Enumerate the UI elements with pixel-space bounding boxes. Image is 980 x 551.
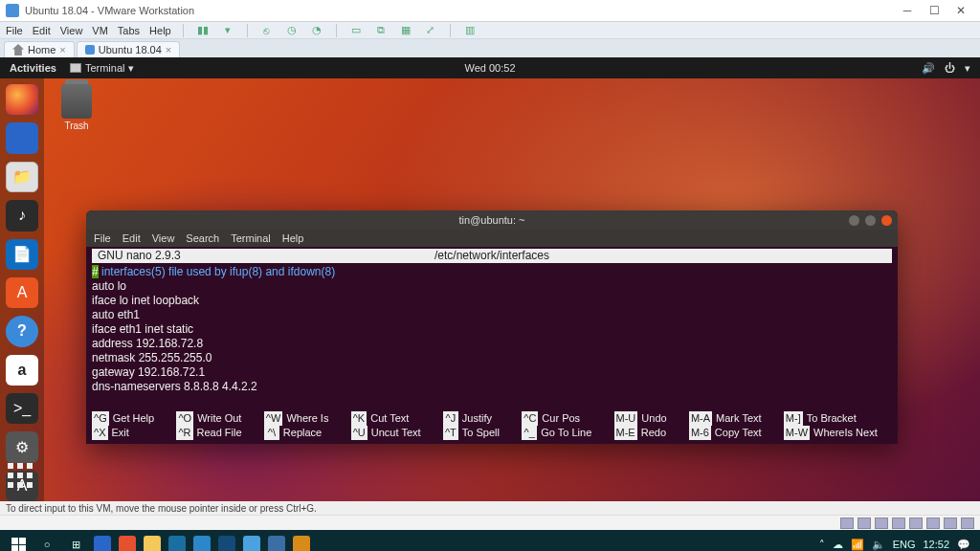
dock-firefox[interactable] — [6, 84, 38, 115]
terminal-window[interactable]: tin@ubuntu: ~ File Edit View Search Term… — [86, 210, 898, 444]
term-menu-terminal[interactable]: Terminal — [231, 232, 271, 244]
window-minimize-button[interactable] — [849, 215, 859, 226]
dock-settings[interactable]: ⚙ — [6, 431, 38, 462]
toolbar-library-icon[interactable]: ▥ — [462, 23, 478, 38]
menu-file[interactable]: File — [6, 25, 23, 36]
nano-shortcut: ^XExit — [92, 426, 168, 440]
terminal-icon — [70, 63, 81, 73]
dock-software[interactable]: A — [6, 277, 38, 308]
trash-label: Trash — [64, 121, 88, 131]
menu-edit[interactable]: Edit — [33, 25, 51, 36]
device-cd-icon[interactable] — [858, 518, 871, 529]
term-menu-search[interactable]: Search — [186, 232, 219, 244]
tray-language[interactable]: ENG — [893, 539, 916, 550]
terminal-titlebar[interactable]: tin@ubuntu: ~ — [86, 210, 898, 230]
power-icon[interactable]: ⏻ — [945, 62, 955, 74]
task-app[interactable] — [239, 532, 264, 551]
close-icon[interactable]: × — [59, 44, 65, 55]
device-display-icon[interactable] — [944, 518, 957, 529]
tray-clock[interactable]: 12:52 — [923, 539, 949, 550]
term-menu-help[interactable]: Help — [282, 232, 304, 244]
window-close-button[interactable]: ✕ — [947, 4, 974, 17]
dock-writer[interactable]: 📄 — [6, 239, 38, 270]
window-minimize-button[interactable]: ─ — [894, 4, 921, 17]
toolbar-view-icon[interactable]: ▦ — [398, 23, 413, 38]
dock-terminal[interactable]: >_ — [6, 393, 38, 424]
toolbar-send-cad-icon[interactable]: ⎋ — [259, 23, 275, 38]
system-menu-chevron-icon[interactable]: ▾ — [965, 62, 970, 75]
cortana-button[interactable]: ○ — [33, 532, 61, 551]
window-maximize-button[interactable]: ☐ — [921, 4, 947, 17]
task-vmware[interactable] — [264, 532, 289, 551]
gnome-topbar: Activities Terminal ▾ Wed 00:52 🔊 ⏻ ▾ — [0, 57, 980, 78]
tray-network-icon[interactable]: 📶 — [851, 539, 864, 551]
task-explorer[interactable] — [140, 532, 165, 551]
window-titlebar: Ubuntu 18.04 - VMware Workstation ─ ☐ ✕ — [0, 0, 980, 21]
home-icon — [12, 44, 24, 55]
guest-desktop[interactable]: Activities Terminal ▾ Wed 00:52 🔊 ⏻ ▾ 📁 … — [0, 57, 980, 501]
menu-help[interactable]: Help — [149, 25, 171, 36]
tray-onedrive-icon[interactable]: ☁ — [833, 539, 843, 551]
device-hdd-icon[interactable] — [840, 518, 854, 529]
task-app[interactable] — [189, 532, 214, 551]
desktop-trash[interactable]: Trash — [56, 84, 98, 131]
toolbar-snapshot-mgr-icon[interactable]: ◔ — [309, 23, 324, 38]
show-applications-button[interactable] — [8, 463, 36, 492]
toolbar-snapshot-icon[interactable]: ◷ — [284, 23, 300, 38]
nano-shortcut: ^JJustify — [443, 411, 514, 426]
window-title: Ubuntu 18.04 - VMware Workstation — [25, 5, 194, 16]
window-maximize-button[interactable] — [865, 215, 876, 226]
menu-vm[interactable]: VM — [92, 25, 108, 36]
task-firefox[interactable] — [115, 532, 140, 551]
dock-amazon[interactable]: a — [6, 355, 38, 386]
nano-editor-content[interactable]: # interfaces(5) file used by ifup(8) and… — [92, 265, 892, 394]
tray-notifications-icon[interactable]: 💬 — [957, 539, 970, 551]
taskview-button[interactable]: ⊞ — [61, 532, 90, 551]
volume-icon[interactable]: 🔊 — [922, 62, 935, 75]
term-menu-file[interactable]: File — [94, 232, 111, 244]
tab-home[interactable]: Home × — [4, 41, 75, 57]
tab-ubuntu-label: Ubuntu 18.04 — [99, 44, 162, 55]
dock-thunderbird[interactable] — [6, 122, 38, 153]
dock-files[interactable]: 📁 — [6, 162, 38, 192]
task-app[interactable] — [90, 532, 115, 551]
appmenu-terminal[interactable]: Terminal ▾ — [70, 62, 134, 75]
tab-ubuntu[interactable]: Ubuntu 18.04 × — [77, 41, 181, 57]
activities-button[interactable]: Activities — [10, 62, 56, 74]
tray-volume-icon[interactable]: 🔈 — [872, 539, 885, 551]
start-button[interactable] — [4, 532, 33, 551]
nano-shortcut-bar: ^GGet Help^OWrite Out^WWhere Is^KCut Tex… — [92, 411, 892, 440]
dock-help[interactable]: ? — [6, 316, 38, 346]
toolbar-fullscreen-icon[interactable]: ▭ — [348, 23, 364, 38]
device-usb-icon[interactable] — [892, 518, 905, 529]
terminal-body[interactable]: GNU nano 2.9.3 /etc/network/interfaces #… — [86, 247, 898, 444]
nano-shortcut: ^OWrite Out — [176, 411, 256, 426]
close-icon[interactable]: × — [166, 44, 171, 55]
toolbar-stretch-icon[interactable]: ⤢ — [423, 23, 438, 38]
task-app[interactable] — [214, 532, 239, 551]
tray-chevron-icon[interactable]: ˄ — [819, 539, 825, 551]
device-sound-icon[interactable] — [909, 518, 923, 529]
device-printer-icon[interactable] — [926, 518, 940, 529]
trash-icon — [61, 84, 92, 119]
window-close-button[interactable] — [881, 215, 892, 226]
device-message-icon[interactable] — [961, 518, 974, 529]
term-menu-view[interactable]: View — [152, 232, 175, 244]
task-app[interactable] — [165, 532, 189, 551]
play-vm-dropdown[interactable]: ▾ — [220, 23, 235, 38]
nano-shortcut: M-6Copy Text — [689, 426, 776, 440]
term-menu-edit[interactable]: Edit — [122, 232, 141, 244]
toolbar-unity-icon[interactable]: ⧉ — [373, 23, 389, 38]
pause-vm-button[interactable]: ▮▮ — [195, 23, 211, 38]
device-net-icon[interactable] — [875, 518, 888, 529]
terminal-menubar: File Edit View Search Terminal Help — [86, 230, 898, 247]
menu-tabs[interactable]: Tabs — [118, 25, 140, 36]
nano-shortcut: ^CCur Pos — [522, 411, 606, 426]
topbar-clock[interactable]: Wed 00:52 — [464, 62, 515, 74]
nano-shortcut: M-WWhereIs Next — [784, 426, 892, 440]
nano-filename: /etc/network/interfaces — [434, 249, 549, 263]
dock-rhythmbox[interactable]: ♪ — [6, 200, 38, 231]
task-app[interactable] — [289, 532, 314, 551]
nano-shortcut: ^TTo Spell — [443, 426, 514, 440]
menu-view[interactable]: View — [60, 25, 83, 36]
